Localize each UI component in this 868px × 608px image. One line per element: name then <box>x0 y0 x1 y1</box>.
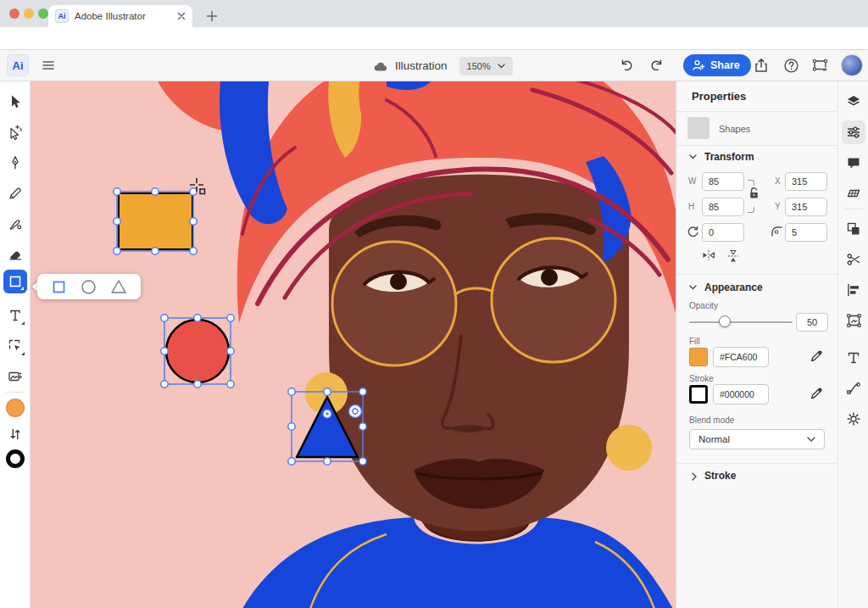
browser-tab-strip: Ai Adobe Illustrator <box>0 0 868 27</box>
width-input[interactable] <box>702 172 744 191</box>
browser-window: Ai Adobe Illustrator preview.illustra <box>0 0 868 608</box>
appearance-section-header[interactable]: Appearance <box>704 282 763 293</box>
shape-flyout-menu <box>37 274 141 299</box>
stroke-color-swatch[interactable] <box>6 449 25 468</box>
flyout-triangle-option[interactable] <box>108 276 130 298</box>
height-input[interactable] <box>702 198 744 216</box>
brush-tool[interactable] <box>0 209 31 239</box>
scissors-icon[interactable] <box>838 244 868 275</box>
illustrator-favicon: Ai <box>55 9 69 23</box>
fill-color-swatch[interactable] <box>6 399 25 417</box>
flyout-rectangle-option[interactable] <box>48 276 70 298</box>
stroke-section-header[interactable]: Stroke <box>704 470 736 482</box>
x-input[interactable] <box>785 172 827 191</box>
comment-icon[interactable] <box>838 148 868 178</box>
tab-title: Adobe Illustrator <box>75 11 171 21</box>
window-minimize-button[interactable] <box>24 8 34 19</box>
direct-selection-tool[interactable] <box>0 117 31 148</box>
type-tool[interactable] <box>0 300 31 331</box>
path-curve-icon[interactable] <box>838 373 868 404</box>
glasses-lens-left <box>332 242 456 365</box>
zoom-level-dropdown[interactable]: 150% <box>459 57 513 75</box>
eyedropper-icon[interactable] <box>810 386 824 400</box>
fill-hex-input[interactable] <box>713 347 769 367</box>
corner-radius-input[interactable] <box>785 223 827 242</box>
selection-tool[interactable] <box>0 86 31 117</box>
invite-person-icon <box>692 59 705 72</box>
pencil-tool[interactable] <box>0 178 31 209</box>
triangle-action-badge[interactable] <box>349 405 362 418</box>
align-icon[interactable] <box>838 275 868 305</box>
chevron-down-icon <box>498 64 505 69</box>
chevron-down-icon[interactable] <box>689 154 697 159</box>
window-close-button[interactable] <box>9 8 19 19</box>
link-bracket-bottom <box>748 207 754 213</box>
earring-right <box>606 425 652 471</box>
flyout-ellipse-option[interactable] <box>78 276 100 298</box>
rotation-icon <box>687 226 698 237</box>
rectangle-tool-selected[interactable] <box>3 270 27 293</box>
flip-horizontal-icon[interactable] <box>702 249 715 261</box>
iris-left <box>390 273 407 290</box>
canvas-artwork <box>31 81 676 608</box>
document-title: Illustration <box>395 59 448 72</box>
pen-tool[interactable] <box>0 148 31 178</box>
rotation-input[interactable] <box>702 223 744 242</box>
blend-mode-dropdown[interactable]: Normal <box>689 429 825 449</box>
transform-section-header[interactable]: Transform <box>704 151 754 163</box>
canvas[interactable] <box>31 81 676 608</box>
illustrator-logo: Ai <box>7 54 29 76</box>
new-tab-button[interactable] <box>202 6 222 26</box>
link-bracket-top <box>748 180 754 186</box>
selection-label: Shapes <box>719 124 750 134</box>
eyedropper-icon[interactable] <box>810 349 824 363</box>
redo-icon[interactable] <box>649 58 665 73</box>
eraser-tool[interactable] <box>0 239 31 270</box>
browser-tab[interactable]: Ai Adobe Illustrator <box>48 5 192 27</box>
blend-mode-value: Normal <box>698 434 807 444</box>
arrange-icon[interactable] <box>838 214 868 244</box>
chevron-down-icon <box>807 437 815 443</box>
place-image-tool[interactable] <box>0 361 31 392</box>
flip-vertical-icon[interactable] <box>727 249 739 263</box>
stroke-color-chip[interactable] <box>689 385 708 404</box>
opacity-label: Opacity <box>689 301 718 310</box>
tab-close-icon[interactable] <box>177 12 186 20</box>
cloud-document-icon <box>373 60 388 72</box>
y-label: Y <box>775 202 781 211</box>
opacity-slider-handle[interactable] <box>719 315 731 327</box>
tools-panel <box>0 81 31 608</box>
zoom-level-value: 150% <box>467 61 491 71</box>
opacity-slider-track[interactable] <box>689 321 793 323</box>
swap-colors-icon[interactable] <box>0 419 31 449</box>
artboard-tool[interactable] <box>0 331 31 361</box>
help-icon[interactable] <box>783 58 799 74</box>
fill-color-chip[interactable] <box>689 348 708 366</box>
opacity-input[interactable] <box>796 313 828 332</box>
strip-divider <box>844 209 863 209</box>
toolbar-divider <box>6 392 25 393</box>
menu-icon[interactable] <box>41 58 56 73</box>
text-properties-icon[interactable] <box>838 343 868 373</box>
chevron-down-icon[interactable] <box>689 285 697 290</box>
rectangle-shape[interactable] <box>119 193 192 249</box>
user-avatar[interactable] <box>841 54 863 76</box>
stroke-hex-input[interactable] <box>713 384 769 404</box>
properties-icon[interactable] <box>838 117 868 148</box>
undo-icon[interactable] <box>619 58 634 73</box>
window-zoom-button[interactable] <box>38 8 48 19</box>
mask-frame-icon[interactable] <box>838 305 868 336</box>
settings-gear-icon[interactable] <box>838 404 868 434</box>
chevron-right-icon[interactable] <box>692 472 697 481</box>
y-input[interactable] <box>785 198 827 216</box>
right-icon-strip <box>837 81 868 608</box>
export-icon[interactable] <box>753 57 770 74</box>
share-button[interactable]: Share <box>683 54 751 76</box>
w-label: W <box>688 176 696 186</box>
libraries-icon[interactable] <box>838 178 868 209</box>
ellipse-shape[interactable] <box>166 320 229 382</box>
review-icon[interactable] <box>812 58 829 74</box>
glasses-lens-right <box>492 238 615 362</box>
layers-icon[interactable] <box>838 86 868 117</box>
lock-proportions-icon[interactable] <box>748 187 760 199</box>
